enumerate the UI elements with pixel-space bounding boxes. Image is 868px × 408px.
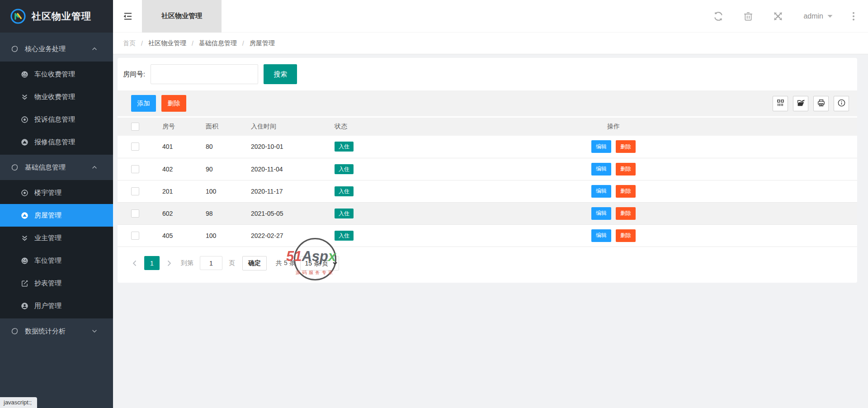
status-badge: 入住	[335, 164, 354, 174]
sidebar-item-houses[interactable]: 房屋管理	[0, 204, 113, 227]
sidebar-section-label: 基础信息管理	[25, 163, 91, 172]
row-checkbox-cell	[118, 180, 153, 202]
search-button[interactable]: 搜索	[264, 64, 297, 84]
print-button[interactable]	[813, 96, 829, 111]
topbar-actions: admin	[694, 11, 868, 22]
area-cell: 80	[196, 136, 241, 158]
sidebar-item-parking[interactable]: 车位管理	[0, 249, 113, 272]
tab-community-property[interactable]: 社区物业管理	[142, 0, 222, 33]
sidebar-item-users[interactable]: 用户管理	[0, 294, 113, 317]
main-area: 社区物业管理 admin 首页/社区物业管理/基础信息管理/房屋管理 房间号: …	[113, 0, 868, 408]
checkin-date-cell: 2021-05-05	[241, 202, 325, 224]
room-number-input[interactable]	[151, 64, 258, 84]
delete-button[interactable]: 删除	[161, 95, 186, 112]
export-icon	[797, 99, 805, 109]
trash-icon[interactable]	[743, 11, 754, 22]
row-delete-button[interactable]: 删除	[616, 185, 636, 198]
sidebar-item-label: 抄表管理	[34, 279, 61, 288]
sidebar-item-label: 房屋管理	[34, 211, 61, 220]
info-button[interactable]	[834, 96, 849, 111]
sidebar-section-statistics[interactable]: 数据统计分析	[0, 318, 113, 344]
sidebar-item-label: 投诉信息管理	[34, 115, 75, 124]
row-checkbox[interactable]	[131, 187, 139, 195]
goto-page-input[interactable]	[200, 256, 222, 270]
checkin-date-cell: 2020-10-01	[241, 136, 325, 158]
breadcrumb-item[interactable]: 基础信息管理	[199, 39, 237, 47]
row-actions-cell: 编辑删除	[581, 158, 857, 180]
sidebar-section-base-info[interactable]: 基础信息管理	[0, 155, 113, 180]
sidebar-item-label: 楼宇管理	[34, 189, 61, 197]
dashboard-icon	[21, 257, 28, 265]
refresh-icon[interactable]	[713, 11, 724, 22]
outline-circle-icon	[11, 164, 19, 171]
status-tooltip: javascript:;	[0, 397, 37, 408]
column-header: 面积	[196, 118, 241, 136]
area-cell: 90	[196, 158, 241, 180]
user-circle-icon	[21, 302, 28, 310]
breadcrumb-item[interactable]: 房屋管理	[250, 39, 275, 47]
checkin-date-cell: 2022-02-27	[241, 224, 325, 247]
row-edit-button[interactable]: 编辑	[591, 140, 611, 153]
sidebar-item-property-fees[interactable]: 物业收费管理	[0, 85, 113, 108]
status-badge: 入住	[335, 231, 354, 241]
more-vertical-icon[interactable]	[848, 11, 859, 22]
next-page-icon[interactable]	[165, 260, 173, 267]
column-header: 操作	[581, 118, 857, 136]
tab-label: 社区物业管理	[161, 12, 202, 20]
row-checkbox[interactable]	[131, 209, 139, 218]
row-delete-button[interactable]: 删除	[616, 163, 636, 176]
sidebar-submenu-base-info: 楼宇管理房屋管理业主管理车位管理抄表管理用户管理	[0, 180, 113, 318]
app-logo-icon	[10, 8, 26, 24]
edit-square-icon	[21, 280, 28, 287]
select-all-checkbox[interactable]	[131, 123, 139, 131]
row-actions-cell: 编辑删除	[581, 224, 857, 247]
row-checkbox-cell	[118, 158, 153, 180]
sidebar-collapse-icon[interactable]	[113, 0, 142, 33]
row-delete-button[interactable]: 删除	[616, 140, 636, 153]
sidebar-item-meter-reading[interactable]: 抄表管理	[0, 272, 113, 294]
table-row: 4051002022-02-27入住编辑删除	[118, 224, 857, 247]
row-edit-button[interactable]: 编辑	[591, 229, 611, 242]
row-edit-button[interactable]: 编辑	[591, 207, 611, 220]
goto-confirm-button[interactable]: 确定	[242, 256, 267, 270]
status-cell: 入住	[325, 158, 581, 180]
row-checkbox[interactable]	[131, 142, 139, 151]
page-number-active[interactable]: 1	[144, 256, 160, 270]
row-edit-button[interactable]: 编辑	[591, 185, 611, 198]
sidebar-section-label: 核心业务处理	[25, 45, 91, 53]
user-name-label: admin	[803, 12, 823, 20]
page-size-select[interactable]: 15 条/页	[300, 256, 339, 270]
goto-suffix-label: 页	[229, 259, 235, 267]
sidebar-item-owners[interactable]: 业主管理	[0, 227, 113, 249]
add-button[interactable]: 添加	[131, 95, 156, 112]
fullscreen-icon[interactable]	[773, 11, 783, 22]
user-menu[interactable]: admin	[803, 12, 833, 20]
row-checkbox[interactable]	[131, 165, 139, 173]
breadcrumb-item[interactable]: 社区物业管理	[148, 39, 186, 47]
status-badge: 入住	[335, 142, 354, 152]
sidebar-item-repairs[interactable]: 报修信息管理	[0, 131, 113, 153]
chevron-down-icon	[91, 328, 98, 334]
row-edit-button[interactable]: 编辑	[591, 163, 611, 176]
row-checkbox[interactable]	[131, 232, 139, 240]
app-logo[interactable]: 社区物业管理	[0, 0, 113, 33]
checkin-date-cell: 2020-11-17	[241, 180, 325, 202]
sidebar-item-label: 车位管理	[34, 256, 61, 265]
sidebar-item-complaints[interactable]: 投诉信息管理	[0, 108, 113, 131]
row-delete-button[interactable]: 删除	[616, 207, 636, 220]
double-chevron-down-icon	[21, 234, 28, 242]
status-cell: 入住	[325, 180, 581, 202]
prev-page-icon[interactable]	[131, 260, 138, 267]
sidebar-item-parking-fees[interactable]: 车位收费管理	[0, 63, 113, 85]
sidebar-item-label: 物业收费管理	[34, 93, 75, 101]
sidebar-section-core-business[interactable]: 核心业务处理	[0, 36, 113, 62]
row-delete-button[interactable]: 删除	[616, 229, 636, 242]
status-cell: 入住	[325, 136, 581, 158]
filter-columns-button[interactable]	[773, 96, 788, 111]
select-all-header-cell	[118, 118, 153, 136]
search-form: 房间号: 搜索	[118, 58, 857, 90]
checkin-date-cell: 2020-11-04	[241, 158, 325, 180]
sidebar-item-buildings[interactable]: 楼宇管理	[0, 181, 113, 204]
export-button[interactable]	[793, 96, 808, 111]
breadcrumb: 首页/社区物业管理/基础信息管理/房屋管理	[113, 33, 868, 54]
